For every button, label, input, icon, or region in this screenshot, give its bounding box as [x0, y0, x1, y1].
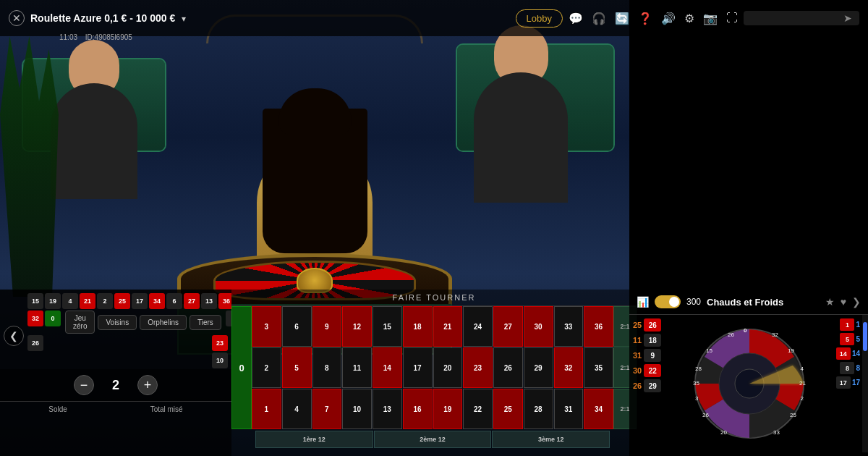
num-badge[interactable]: 21 — [80, 293, 95, 309]
hc-toggle[interactable] — [655, 295, 681, 308]
bet-cell-22[interactable]: 22 — [463, 389, 493, 429]
dozen-3rd[interactable]: 3ème 12 — [492, 431, 610, 448]
scroll-left-button[interactable]: ❮ — [4, 326, 24, 346]
bet-cell-23[interactable]: 23 — [463, 347, 493, 388]
hot-badge-25[interactable]: 26 — [644, 318, 661, 332]
num-badge[interactable]: 17 — [132, 293, 148, 309]
zero-cell[interactable]: 0 — [231, 306, 252, 429]
hot-badge-22[interactable]: 22 — [644, 364, 661, 377]
num-badge[interactable]: 6 — [166, 293, 182, 309]
bet-cell-25[interactable]: 25 — [493, 389, 523, 429]
bet-cell-14[interactable]: 14 — [373, 347, 402, 388]
bet-cell-1[interactable]: 1 — [252, 389, 281, 429]
camera-icon[interactable]: 📷 — [703, 12, 718, 25]
bet-cell-4[interactable]: 4 — [282, 389, 312, 429]
bet-cell-20[interactable]: 20 — [433, 347, 463, 388]
bet-cell-8[interactable]: 8 — [312, 347, 342, 388]
send-icon[interactable]: ➤ — [843, 12, 852, 24]
cold-badge-8[interactable]: 8 — [840, 362, 854, 374]
dozen-2nd[interactable]: 2ème 12 — [374, 431, 492, 448]
num-badge[interactable]: 32 — [27, 311, 43, 326]
headset-icon[interactable]: 🎧 — [592, 12, 606, 25]
bet-cell-10[interactable]: 10 — [342, 389, 372, 429]
bet-cell-11[interactable]: 11 — [342, 347, 372, 388]
hot-cold-header: 📊 300 Chauds et Froids ★ ♥ ❯ — [629, 290, 868, 315]
num-badge[interactable]: 8 — [226, 311, 231, 326]
bar-chart-icon[interactable]: 📊 — [637, 296, 649, 308]
num-badge[interactable]: 4 — [62, 293, 78, 309]
bet-cell-27[interactable]: 27 — [493, 306, 523, 347]
scrollbar[interactable] — [862, 315, 868, 452]
bet-cell-2[interactable]: 2 — [252, 347, 281, 388]
bet-cell-15[interactable]: 15 — [373, 306, 402, 347]
chevron-down-icon[interactable]: ▾ — [182, 14, 186, 24]
bet-cell-30[interactable]: 30 — [524, 306, 553, 347]
num-badge[interactable]: 25 — [114, 293, 130, 309]
num-badge[interactable]: 26 — [27, 335, 43, 351]
bet-cell-26[interactable]: 26 — [493, 347, 523, 388]
hot-badge-29[interactable]: 29 — [644, 379, 661, 392]
close-button[interactable]: ✕ — [9, 10, 25, 26]
num-badge[interactable]: 10 — [212, 352, 228, 368]
bet-cell-36[interactable]: 36 — [584, 306, 613, 347]
num-badge[interactable]: 15 — [27, 293, 43, 309]
hot-badge-18[interactable]: 18 — [644, 334, 661, 347]
num-badge[interactable]: 13 — [201, 293, 217, 309]
jeu-zero-btn[interactable]: Jeu zéro — [65, 311, 95, 334]
hot-badge-9[interactable]: 9 — [644, 349, 661, 362]
toggle-track[interactable] — [655, 295, 681, 308]
hot-num-item: 26 29 — [633, 379, 665, 392]
bet-cell-9[interactable]: 9 — [312, 306, 342, 347]
chat-icon[interactable]: 💬 — [569, 12, 583, 25]
bet-cell-28[interactable]: 28 — [524, 389, 553, 429]
heart-icon[interactable]: ♥ — [841, 296, 846, 308]
bet-cell-7[interactable]: 7 — [312, 389, 342, 429]
num-badge[interactable]: 27 — [184, 293, 200, 309]
num-badge[interactable]: 0 — [45, 311, 61, 326]
num-badge[interactable]: 2 — [97, 293, 113, 309]
num-badge[interactable]: 19 — [45, 293, 61, 309]
bet-cell-31[interactable]: 31 — [554, 389, 584, 429]
bet-cell-18[interactable]: 18 — [403, 306, 433, 347]
volume-icon[interactable]: 🔊 — [661, 12, 676, 25]
num-badge[interactable]: 34 — [149, 293, 165, 309]
tiers-btn[interactable]: Tiers — [190, 315, 221, 330]
bet-cell-16[interactable]: 16 — [403, 389, 433, 429]
bet-cell-5[interactable]: 5 — [282, 347, 312, 388]
chip-minus-button[interactable]: − — [74, 375, 94, 395]
star-icon[interactable]: ★ — [825, 296, 835, 308]
bet-cell-29[interactable]: 29 — [524, 347, 553, 388]
bet-cell-21[interactable]: 21 — [433, 306, 463, 347]
voisins-btn[interactable]: Voisins — [98, 315, 137, 330]
bet-cell-33[interactable]: 33 — [554, 306, 584, 347]
num-badge[interactable]: 23 — [212, 335, 228, 351]
bet-cell-12[interactable]: 12 — [342, 306, 372, 347]
bet-cell-6[interactable]: 6 — [282, 306, 312, 347]
orphelins-btn[interactable]: Orphelins — [140, 315, 187, 330]
bet-cell-19[interactable]: 19 — [433, 389, 463, 429]
num-badge[interactable]: 36 — [218, 293, 231, 309]
hot-num-item: 25 26 — [633, 318, 665, 332]
history-icon[interactable]: 🔄 — [615, 12, 629, 25]
chat-input[interactable] — [749, 13, 843, 23]
fullscreen-icon[interactable]: ⛶ — [726, 12, 738, 25]
cold-badge-1[interactable]: 1 — [840, 318, 854, 331]
chip-plus-button[interactable]: + — [137, 375, 158, 395]
faire-tourner-label: FAIRE TOURNER — [231, 290, 637, 306]
bet-cell-3[interactable]: 3 — [252, 306, 281, 347]
bet-cell-32[interactable]: 32 — [554, 347, 584, 388]
bet-cell-35[interactable]: 35 — [584, 347, 613, 388]
chevron-right-icon[interactable]: ❯ — [852, 296, 861, 308]
bet-cell-24[interactable]: 24 — [463, 306, 493, 347]
cold-badge-5[interactable]: 5 — [840, 333, 854, 345]
cold-badge-14[interactable]: 14 — [836, 347, 851, 360]
help-icon[interactable]: ❓ — [638, 12, 652, 25]
dozen-1st[interactable]: 1ère 12 — [255, 431, 373, 448]
bet-cell-13[interactable]: 13 — [373, 389, 402, 429]
cold-badge-17[interactable]: 17 — [836, 376, 851, 389]
settings-icon[interactable]: ⚙ — [684, 12, 694, 25]
bet-cell-17[interactable]: 17 — [403, 347, 433, 388]
bet-cell-34[interactable]: 34 — [584, 389, 613, 429]
scrollbar-thumb[interactable] — [863, 322, 867, 351]
lobby-button[interactable]: Lobby — [516, 9, 563, 28]
